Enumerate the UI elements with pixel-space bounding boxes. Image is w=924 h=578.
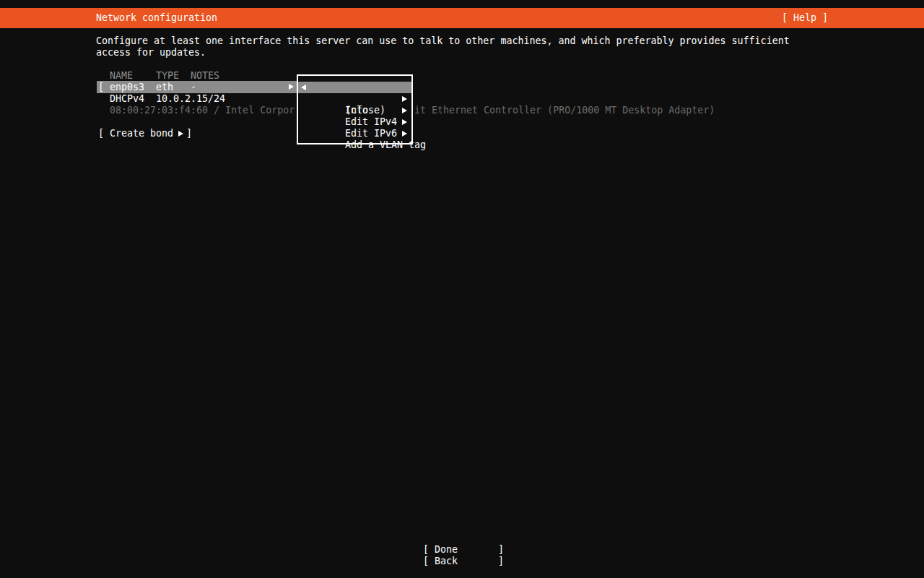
close-arrow-icon (301, 85, 306, 90)
title-bar: Network configuration [ Help ] (0, 8, 924, 28)
hw-info-row-right: it Ethernet Controller (PRO/1000 MT Desk… (414, 105, 715, 116)
intro-line-2: access for updates. (96, 47, 206, 59)
page-title: Network configuration (96, 8, 217, 28)
interface-row-label: [ enp0s3 eth - (98, 82, 196, 93)
create-bond-bracket: ] (186, 128, 192, 139)
submenu-arrow-icon (402, 108, 407, 113)
installer-screen: Network configuration [ Help ] Configure… (0, 0, 924, 578)
create-bond-arrow-icon (178, 131, 183, 137)
menu-item-edit-ipv6[interactable]: Edit IPv6 (298, 116, 411, 128)
interface-actions-menu: (close) Info Edit IPv4 Edit IPv6 Add a V… (297, 74, 413, 144)
hw-info-row-left: 08:00:27:03:f4:60 / Intel Corpor (110, 105, 295, 116)
submenu-arrow-icon (402, 96, 407, 102)
menu-item-info[interactable]: Info (298, 93, 411, 105)
dhcp-row: DHCPv4 10.0.2.15/24 (110, 93, 225, 105)
help-button[interactable]: [ Help ] (782, 8, 828, 28)
back-button[interactable]: [ Back ] (423, 556, 504, 567)
create-bond-label: [ Create bond (98, 128, 173, 139)
submenu-arrow-icon (402, 119, 407, 125)
menu-item-label: Add a VLAN tag (345, 139, 426, 150)
done-button[interactable]: [ Done ] (423, 544, 504, 556)
menu-item-close[interactable]: (close) (298, 82, 411, 93)
table-column-headers: NAME TYPE NOTES (110, 70, 219, 82)
submenu-arrow-icon (402, 131, 407, 137)
intro-line-1: Configure at least one interface this se… (96, 35, 790, 47)
menu-item-edit-ipv4[interactable]: Edit IPv4 (298, 105, 411, 116)
row-expand-arrow-icon (289, 84, 294, 90)
menu-item-add-vlan-tag[interactable]: Add a VLAN tag (298, 128, 411, 139)
